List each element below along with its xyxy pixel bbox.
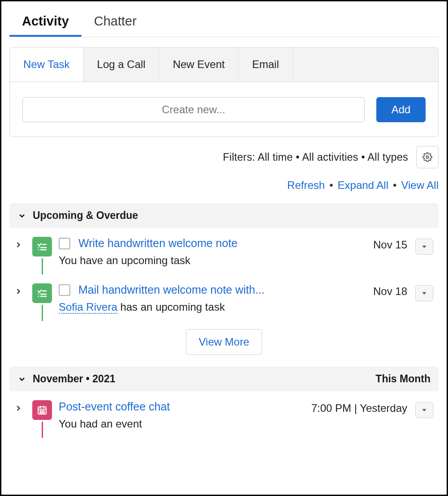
item-date: 7:00 PM | Yesterday [311, 402, 407, 415]
chevron-down-icon [17, 375, 26, 384]
svg-marker-12 [422, 292, 426, 295]
item-menu-button[interactable] [415, 285, 433, 301]
section-title: Upcoming & Overdue [33, 210, 138, 222]
chevron-right-icon[interactable] [14, 240, 23, 274]
timeline-connector [42, 305, 43, 321]
timeline-settings-button[interactable] [416, 146, 439, 168]
item-menu-button[interactable] [415, 402, 433, 418]
user-link[interactable]: Sofia Rivera [59, 301, 117, 314]
gear-icon [422, 152, 432, 162]
item-subtext: You had an event [59, 418, 305, 430]
svg-marker-23 [422, 409, 426, 411]
item-title-link[interactable]: Mail handwritten welcome note with... [78, 283, 264, 296]
item-subtext-tail: has an upcoming task [117, 301, 225, 313]
svg-point-21 [42, 412, 43, 413]
timeline-connector [42, 258, 43, 274]
svg-point-20 [40, 412, 41, 413]
separator-dot: • [329, 179, 333, 192]
expand-all-link[interactable]: Expand All [338, 179, 388, 192]
create-input[interactable] [22, 97, 365, 122]
tab-email[interactable]: Email [239, 47, 293, 81]
item-date: Nov 18 [373, 285, 407, 298]
task-checkbox[interactable] [59, 284, 70, 296]
tab-new-event[interactable]: New Event [159, 47, 239, 81]
calendar-event-icon [32, 400, 52, 420]
view-more-row: View More [9, 329, 439, 355]
caret-down-icon [421, 407, 427, 413]
section-month-header[interactable]: November • 2021 This Month [9, 367, 439, 391]
caret-down-icon [421, 290, 427, 296]
filter-summary: Filters: All time • All activities • All… [223, 151, 408, 163]
tab-new-task[interactable]: New Task [10, 47, 84, 81]
caret-down-icon [421, 244, 427, 250]
svg-marker-6 [422, 246, 426, 248]
svg-point-19 [43, 410, 44, 411]
tab-chatter[interactable]: Chatter [82, 9, 149, 37]
timeline-item: Post-event coffee chat You had an event … [9, 391, 439, 438]
task-icon [32, 237, 52, 257]
item-menu-button[interactable] [415, 239, 433, 255]
chevron-right-icon[interactable] [14, 404, 23, 438]
timeline-item: Mail handwritten welcome note with... So… [9, 274, 439, 321]
item-subtext: Sofia Rivera has an upcoming task [59, 301, 367, 313]
item-subtext: You have an upcoming task [59, 254, 367, 267]
chevron-down-icon [17, 211, 26, 220]
item-title-link[interactable]: Post-event coffee chat [59, 400, 170, 413]
svg-point-17 [40, 410, 41, 411]
section-upcoming-header[interactable]: Upcoming & Overdue [9, 203, 439, 228]
task-checkbox[interactable] [59, 238, 70, 249]
tab-log-a-call[interactable]: Log a Call [84, 47, 159, 81]
svg-point-18 [42, 410, 43, 411]
activity-action-panel: New Task Log a Call New Event Email Add [9, 47, 439, 137]
add-button[interactable]: Add [376, 97, 426, 122]
filter-bar: Filters: All time • All activities • All… [9, 146, 439, 168]
action-tabs: New Task Log a Call New Event Email [10, 47, 438, 82]
separator-dot: • [393, 179, 396, 192]
view-more-button[interactable]: View More [186, 329, 263, 355]
view-all-link[interactable]: View All [401, 179, 439, 192]
primary-tabs: Activity Chatter [9, 9, 439, 37]
tab-activity[interactable]: Activity [9, 9, 82, 37]
create-row: Add [10, 82, 438, 137]
svg-point-0 [426, 156, 429, 158]
timeline-connector [42, 422, 43, 438]
timeline-links: Refresh • Expand All • View All [9, 179, 439, 192]
timeline-item: Write handwritten welcome note You have … [9, 228, 439, 274]
chevron-right-icon[interactable] [14, 287, 23, 321]
item-title-link[interactable]: Write handwritten welcome note [78, 237, 237, 250]
item-date: Nov 15 [373, 239, 407, 251]
svg-point-22 [43, 412, 44, 413]
task-icon [32, 283, 52, 303]
refresh-link[interactable]: Refresh [287, 179, 325, 192]
section-title: November • 2021 [33, 373, 115, 385]
section-badge: This Month [375, 373, 431, 385]
